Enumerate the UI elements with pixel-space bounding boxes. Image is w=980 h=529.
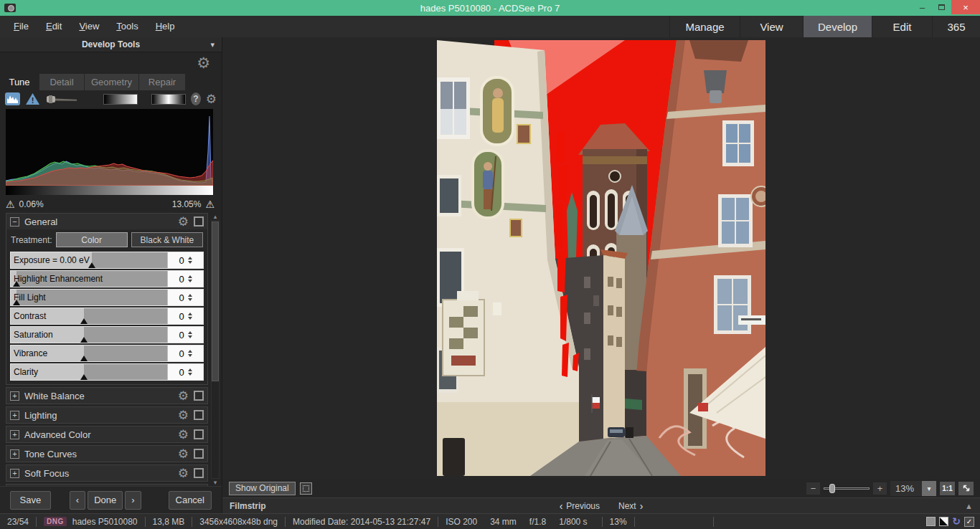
help-icon[interactable]: ? [191, 92, 201, 105]
slider-thumb[interactable] [80, 356, 88, 361]
section-checkbox[interactable] [194, 429, 204, 439]
expand-icon[interactable]: + [10, 469, 19, 478]
filmstrip-next-button[interactable]: Next › [618, 501, 643, 511]
tab-tune[interactable]: Tune [0, 74, 39, 90]
develop-tools-header[interactable]: Develop Tools ▾ [0, 37, 222, 52]
expand-icon[interactable]: + [10, 449, 19, 459]
menu-edit[interactable]: Edit [38, 16, 70, 37]
next-image-button[interactable]: › [125, 491, 141, 510]
panel-settings-gear-icon[interactable]: ⚙ [197, 56, 210, 70]
section-checkbox[interactable] [194, 449, 204, 459]
minimize-button[interactable]: – [913, 0, 932, 14]
zoom-level-select[interactable]: 13% ▾ [890, 481, 936, 496]
exposure-warning-icon[interactable]: ! [25, 92, 40, 105]
scroll-down-icon[interactable]: ▾ [214, 479, 217, 486]
value-spinner[interactable]: 0 [167, 345, 203, 361]
vibrance-slider[interactable]: Vibrance 0 [10, 345, 204, 362]
general-header[interactable]: − General ⚙ [6, 214, 207, 229]
slider-thumb[interactable] [13, 281, 20, 287]
gear-icon[interactable]: ⚙ [178, 390, 189, 402]
general-gear-icon[interactable]: ⚙ [178, 216, 189, 228]
done-button[interactable]: Done [88, 491, 123, 510]
histogram-chart[interactable] [6, 109, 213, 186]
tab-repair[interactable]: Repair [139, 74, 186, 90]
actual-size-button[interactable]: 1:1 [940, 482, 955, 495]
previous-image-button[interactable]: ‹ [70, 491, 85, 510]
section-advanced-color[interactable]: + Advanced Color ⚙ [6, 426, 208, 443]
cancel-button[interactable]: Cancel [169, 491, 212, 510]
value-spinner[interactable]: 0 [167, 364, 203, 380]
collapse-icon[interactable]: − [10, 217, 19, 227]
scroll-up-icon[interactable]: ▴ [214, 213, 217, 220]
solid-color-preview-icon[interactable] [926, 517, 936, 526]
section-lighting[interactable]: + Lighting ⚙ [6, 406, 208, 424]
zoom-slider-thumb[interactable] [829, 484, 835, 493]
slider-thumb[interactable] [80, 374, 88, 380]
filmstrip-collapse-icon[interactable]: ▲ [965, 502, 973, 510]
contrast-preview-icon[interactable] [939, 517, 948, 526]
general-checkbox[interactable] [194, 216, 204, 227]
section-soft-focus[interactable]: + Soft Focus ⚙ [6, 464, 208, 482]
sync-icon[interactable]: ↻ [952, 517, 961, 526]
section-checkbox[interactable] [194, 391, 204, 401]
menu-tools[interactable]: Tools [108, 16, 146, 37]
histogram-gear-icon[interactable]: ⚙ [206, 93, 217, 105]
tab-edit[interactable]: Edit [872, 16, 932, 37]
show-original-button[interactable]: Show Original [229, 482, 296, 495]
contrast-slider[interactable]: Contrast 0 [10, 308, 204, 325]
section-white-balance[interactable]: + White Balance ⚙ [6, 387, 208, 404]
histogram-toggle-icon[interactable] [5, 92, 20, 105]
expand-icon[interactable]: + [10, 391, 19, 401]
treatment-bw-button[interactable]: Black & White [131, 232, 203, 247]
highlight-clip-warning-icon[interactable]: ⚠ [205, 199, 215, 210]
zoom-in-button[interactable]: + [873, 482, 887, 495]
value-spinner[interactable]: 0 [167, 327, 203, 343]
slider-thumb[interactable] [13, 300, 20, 305]
slider-thumb[interactable] [80, 318, 88, 324]
value-spinner[interactable]: 0 [167, 308, 203, 324]
tab-develop[interactable]: Develop [803, 16, 872, 37]
tab-view[interactable]: View [740, 16, 803, 37]
menu-view[interactable]: View [71, 16, 107, 37]
gear-icon[interactable]: ⚙ [178, 448, 189, 460]
filmstrip-previous-button[interactable]: ‹ Previous [560, 501, 600, 511]
shadow-clip-warning-icon[interactable]: ⚠ [6, 199, 15, 210]
gear-icon[interactable]: ⚙ [178, 467, 189, 480]
value-spinner[interactable]: 0 [167, 290, 203, 305]
gear-icon[interactable]: ⚙ [178, 429, 189, 441]
photo-preview[interactable] [437, 40, 765, 476]
gear-icon[interactable]: ⚙ [178, 409, 189, 421]
save-button[interactable]: Save [10, 491, 51, 510]
fill-light-slider[interactable]: Fill Light 0 [10, 289, 204, 306]
highlight-enhancement-slider[interactable]: Highlight Enhancement 0 [10, 270, 204, 287]
menu-help[interactable]: Help [148, 16, 183, 37]
linear-gradient-tool[interactable] [103, 94, 138, 105]
value-spinner[interactable]: 0 [167, 271, 203, 287]
slider-thumb[interactable] [88, 262, 95, 268]
section-checkbox[interactable] [194, 468, 204, 478]
scrollbar-thumb[interactable] [212, 221, 219, 381]
close-button[interactable]: × [951, 0, 980, 14]
expand-icon[interactable]: + [10, 430, 19, 439]
menu-file[interactable]: File [6, 16, 37, 37]
exposure-slider[interactable]: Exposure = 0.00 eV 0 [10, 252, 204, 269]
image-canvas[interactable] [222, 37, 980, 479]
zoom-slider[interactable] [824, 483, 870, 494]
expand-icon[interactable]: + [10, 411, 19, 420]
fullscreen-icon[interactable] [300, 482, 312, 495]
slider-thumb[interactable] [80, 337, 88, 343]
tab-manage[interactable]: Manage [669, 16, 740, 37]
brush-icon[interactable] [45, 93, 78, 105]
maximize-button[interactable] [932, 0, 951, 14]
chevron-down-icon[interactable]: ▾ [922, 481, 936, 496]
auto-sync-checkbox[interactable]: ✓ [964, 517, 974, 527]
tab-geometry[interactable]: Geometry [85, 74, 139, 90]
tab-365[interactable]: 365 [932, 16, 980, 37]
radial-gradient-tool[interactable] [151, 94, 186, 105]
value-spinner[interactable]: 0 [167, 252, 203, 268]
panel-scrollbar[interactable]: ▴ ▾ [210, 213, 220, 486]
tab-detail[interactable]: Detail [39, 74, 85, 90]
treatment-color-button[interactable]: Color [56, 232, 128, 247]
fit-image-button[interactable] [958, 482, 974, 495]
saturation-slider[interactable]: Saturation 0 [10, 326, 204, 343]
